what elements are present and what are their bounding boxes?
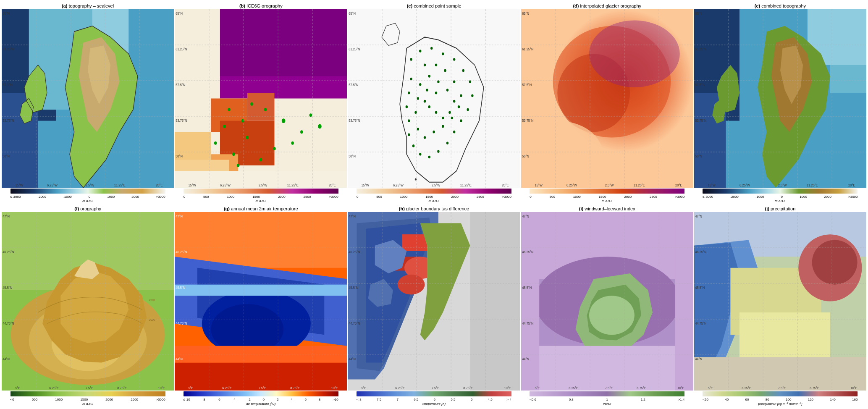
panel-f-unit: m a.s.l. [82,402,93,406]
svg-point-40 [264,108,267,111]
panel-a-title: (a) topography – sealevel [62,3,114,8]
svg-text:8.75°E: 8.75°E [637,386,646,391]
panel-c-svg: 65°N 61.25°N 57.5°N 53.75°N 50°N 15°W 6.… [348,9,520,188]
panel-a-svg: 65°N 61.25°N 57.5°N 53.75°N 50°N 15°W 6.… [2,9,174,188]
svg-text:15°W: 15°W [708,183,716,188]
svg-text:53.75°N: 53.75°N [176,118,187,123]
svg-text:65°N: 65°N [695,11,702,16]
panel-d: (d) interpolated glacier orography [521,3,693,203]
svg-text:53.75°N: 53.75°N [695,118,706,123]
svg-point-90 [408,92,410,94]
svg-text:11.25°E: 11.25°E [287,183,299,188]
panel-b-colorbar-svg [184,189,338,194]
panel-b: (b) ICE6G orography [175,3,347,203]
svg-text:8.75°E: 8.75°E [117,386,127,391]
panel-f-svg: 2000 3000 47°N 46.25°N 45.5°N 44.75°N 44… [2,212,174,391]
svg-text:47°N: 47°N [3,214,10,219]
svg-point-102 [417,128,419,131]
panel-g-map: 47°N 46.25°N 45.5°N 44.75°N 44°N 5°E 6.2… [175,212,347,391]
svg-rect-27 [220,9,347,76]
svg-point-73 [430,47,433,50]
svg-rect-264 [357,391,511,396]
svg-point-110 [449,111,451,114]
svg-point-75 [453,58,455,61]
panel-h-map: 47°N 46.25°N 45.5°N 44.75°N 44°N 5°E 6.2… [348,212,520,391]
svg-text:61.25°N: 61.25°N [176,47,187,52]
svg-text:11.25°E: 11.25°E [460,183,472,188]
svg-text:2.5°W: 2.5°W [778,183,787,188]
panel-c-title: (c) combined point sample [407,3,462,8]
svg-point-47 [291,142,294,145]
svg-point-87 [408,134,410,136]
panel-d-map: 65°N 61.25°N 57.5°N 53.75°N 50°N 15°W 6.… [521,9,693,188]
panel-d-unit: m a.s.l. [602,199,613,203]
svg-text:2.5°W: 2.5°W [259,183,267,188]
svg-rect-290 [530,391,684,396]
svg-text:44.75°N: 44.75°N [522,321,533,326]
svg-text:50°N: 50°N [3,154,10,159]
panel-i: (i) windward–leeward index [521,206,693,406]
svg-point-88 [408,119,410,122]
svg-rect-161 [530,189,684,194]
svg-point-141 [589,21,680,87]
panel-c-map: 65°N 61.25°N 57.5°N 53.75°N 50°N 15°W 6.… [348,9,520,188]
svg-point-112 [435,111,437,114]
svg-rect-214 [175,212,347,268]
svg-text:47°N: 47°N [695,214,702,219]
panel-a: (a) topography – sealevel [2,3,174,203]
svg-rect-219 [175,346,347,363]
svg-point-101 [424,136,426,139]
svg-point-244 [398,275,425,295]
svg-text:6.25°W: 6.25°W [393,183,404,188]
svg-text:47°N: 47°N [176,214,183,219]
svg-text:3000: 3000 [149,317,155,322]
svg-text:6.25°W: 6.25°W [740,183,750,188]
svg-text:47°N: 47°N [349,214,356,219]
panel-e-svg: 65°N 61.25°N 57.5°N 53.75°N 50°N 15°W 6.… [694,9,866,188]
svg-point-91 [410,78,412,81]
svg-point-105 [419,83,421,86]
panel-f-colorbar-labels: <0 500 1000 1500 2000 2500 >3000 [10,398,165,401]
svg-text:44.75°N: 44.75°N [3,321,14,326]
svg-text:6.25°W: 6.25°W [47,183,58,188]
panel-d-title: (d) interpolated glacier orography [573,3,641,8]
svg-text:46.25°N: 46.25°N [522,250,533,254]
svg-text:44.75°N: 44.75°N [176,321,187,326]
svg-text:2.5°W: 2.5°W [432,183,441,188]
svg-text:20°E: 20°E [329,183,336,188]
panel-h-title: (h) glacier boundary tas difference [399,206,469,211]
svg-text:65°N: 65°N [522,11,529,16]
panel-b-map: 65°N 61.25°N 57.5°N 53.75°N 50°N 15°W 6.… [175,9,347,188]
svg-point-97 [458,105,460,108]
main-container: (a) topography – sealevel [0,0,868,409]
panel-a-map: 65°N 61.25°N 57.5°N 53.75°N 50°N 15°W 6.… [2,9,174,188]
svg-text:10°E: 10°E [331,386,338,391]
svg-text:61.25°N: 61.25°N [695,47,706,52]
panel-j-colorbar: <20 40 60 80 100 120 140 160 precipitati… [694,391,866,406]
svg-rect-185 [703,189,858,194]
panel-b-unit: m a.s.l. [255,199,266,203]
svg-point-38 [232,152,235,156]
svg-text:57.5°N: 57.5°N [522,83,532,87]
svg-text:5°E: 5°E [362,386,367,391]
svg-text:10°E: 10°E [677,386,684,391]
svg-text:6.25°E: 6.25°E [569,386,578,391]
svg-text:6.25°W: 6.25°W [220,183,231,188]
svg-text:6.25°E: 6.25°E [49,386,59,391]
svg-rect-271 [675,212,693,391]
svg-point-295 [812,240,857,284]
svg-point-92 [424,63,426,66]
svg-text:46.25°N: 46.25°N [695,250,706,254]
panel-j-unit: precipitation [kg m⁻² month⁻¹] [758,402,802,406]
svg-point-49 [260,158,262,162]
panel-j-svg: 47°N 46.25°N 45.5°N 44.75°N 44°N 5°E 6.2… [694,212,866,391]
svg-text:7.5°E: 7.5°E [605,386,613,391]
svg-text:6.25°E: 6.25°E [396,386,405,391]
svg-text:44°N: 44°N [3,357,10,362]
svg-text:50°N: 50°N [695,154,702,159]
panel-j-title: (j) precipitation [765,206,796,211]
svg-rect-211 [10,391,165,396]
svg-point-111 [442,117,444,120]
panel-j-colorbar-labels: <20 40 60 80 100 120 140 160 [703,398,858,401]
svg-text:7.5°E: 7.5°E [259,386,267,391]
